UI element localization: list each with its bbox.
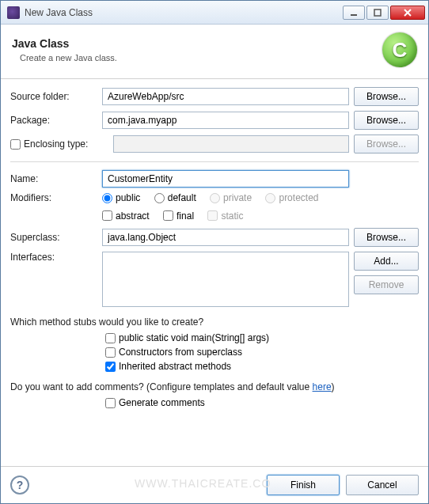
superclass-browse-button[interactable]: Browse... (354, 228, 419, 247)
modifier-static-checkbox: static (207, 210, 243, 222)
modifiers-label: Modifiers: (10, 192, 97, 203)
modifier-default-radio[interactable]: default (154, 192, 196, 203)
package-input[interactable] (102, 112, 349, 129)
help-icon[interactable]: ? (10, 476, 29, 495)
source-folder-browse-button[interactable]: Browse... (354, 87, 419, 106)
separator (10, 161, 419, 162)
package-browse-button[interactable]: Browse... (354, 111, 419, 130)
banner-subtext: Create a new Java class. (20, 53, 382, 63)
titlebar[interactable]: New Java Class (1, 1, 428, 25)
configure-templates-link[interactable]: here (313, 381, 332, 392)
modifier-private-radio: private (210, 192, 252, 203)
superclass-input[interactable] (102, 229, 349, 246)
enclosing-type-checkbox[interactable]: Enclosing type: (10, 138, 97, 150)
superclass-label: Superclass: (10, 232, 97, 243)
interfaces-add-button[interactable]: Add... (354, 252, 419, 271)
close-button[interactable] (390, 6, 425, 20)
modifier-public-radio[interactable]: public (102, 192, 140, 203)
banner: Java Class Create a new Java class. C (1, 25, 428, 79)
cancel-button[interactable]: Cancel (346, 475, 419, 495)
generate-comments-checkbox[interactable]: Generate comments (105, 397, 408, 408)
stub-inherited-checkbox[interactable]: Inherited abstract methods (105, 361, 408, 372)
svg-rect-1 (374, 9, 381, 16)
maximize-button[interactable] (366, 6, 389, 20)
interfaces-label: Interfaces: (10, 252, 97, 263)
comments-question: Do you want to add comments? (Configure … (10, 381, 419, 392)
modifier-abstract-checkbox[interactable]: abstract (102, 210, 150, 222)
modifier-final-checkbox[interactable]: final (163, 210, 194, 222)
package-label: Package: (10, 115, 97, 126)
footer: ? Finish Cancel (1, 466, 428, 503)
source-folder-input[interactable] (102, 88, 349, 105)
stub-constructors-checkbox[interactable]: Constructors from superclass (105, 347, 408, 358)
stub-main-checkbox[interactable]: public static void main(String[] args) (105, 332, 408, 343)
window-title: New Java Class (25, 7, 341, 18)
enclosing-type-browse-button: Browse... (354, 135, 419, 153)
enclosing-type-input (113, 135, 349, 153)
name-label: Name: (10, 173, 97, 184)
interfaces-list[interactable] (102, 252, 349, 307)
name-input[interactable] (102, 170, 349, 188)
dialog-window: New Java Class Java Class Create a new J… (0, 0, 429, 504)
finish-button[interactable]: Finish (267, 475, 340, 495)
modifier-protected-radio: protected (265, 192, 318, 203)
content-area: Source folder: Browse... Package: Browse… (1, 79, 428, 466)
banner-heading: Java Class (12, 37, 382, 50)
source-folder-label: Source folder: (10, 91, 97, 102)
minimize-button[interactable] (343, 6, 365, 20)
interfaces-remove-button: Remove (354, 275, 419, 294)
eclipse-icon (7, 6, 20, 19)
stubs-question: Which method stubs would you like to cre… (10, 316, 419, 328)
class-icon: C (382, 32, 417, 67)
